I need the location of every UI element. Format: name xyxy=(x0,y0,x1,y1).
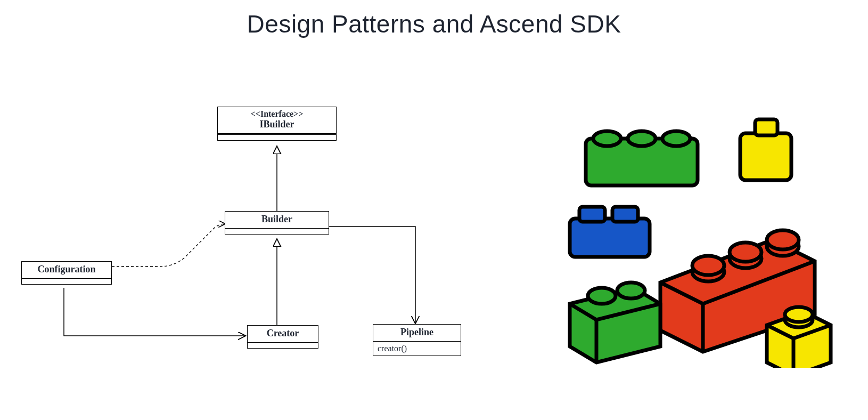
uml-class-builder: Builder xyxy=(225,211,329,235)
lego-brick-blue-2 xyxy=(570,207,650,257)
lego-brick-green-2 xyxy=(570,282,660,362)
svg-rect-4 xyxy=(740,133,791,180)
svg-point-21 xyxy=(785,307,813,322)
slide: Design Patterns and Ascend SDK xyxy=(0,0,868,420)
edge-configuration-creator xyxy=(64,288,245,336)
edge-builder-pipeline xyxy=(329,227,415,323)
uml-diagram: <<Interface>> IBuilder Builder Configura… xyxy=(21,101,479,378)
uml-class-pipeline-head: Pipeline xyxy=(373,325,461,342)
svg-point-15 xyxy=(767,230,799,249)
uml-class-creator: Creator xyxy=(247,325,318,349)
lego-illustration xyxy=(548,101,836,368)
uml-class-pipeline: Pipeline creator() xyxy=(373,324,461,356)
page-title: Design Patterns and Ascend SDK xyxy=(0,10,868,38)
lego-brick-yellow-1-top xyxy=(740,119,791,180)
svg-rect-7 xyxy=(579,207,605,222)
uml-class-ibuilder-head: <<Interface>> IBuilder xyxy=(218,107,336,135)
svg-point-2 xyxy=(628,131,656,146)
uml-class-configuration: Configuration xyxy=(21,261,112,285)
svg-rect-6 xyxy=(570,219,650,257)
svg-point-3 xyxy=(662,131,690,146)
svg-point-14 xyxy=(730,243,761,262)
uml-class-ibuilder: <<Interface>> IBuilder xyxy=(217,107,337,141)
uml-class-creator-head: Creator xyxy=(248,326,318,343)
lego-brick-green-3 xyxy=(586,131,698,185)
svg-point-18 xyxy=(617,282,645,298)
svg-rect-8 xyxy=(612,207,638,222)
uml-class-builder-head: Builder xyxy=(225,212,329,229)
edge-configuration-builder xyxy=(112,224,225,266)
svg-rect-5 xyxy=(755,119,777,135)
svg-point-13 xyxy=(692,256,724,275)
svg-point-17 xyxy=(588,288,616,304)
uml-class-configuration-head: Configuration xyxy=(22,262,111,279)
svg-point-1 xyxy=(593,131,621,146)
